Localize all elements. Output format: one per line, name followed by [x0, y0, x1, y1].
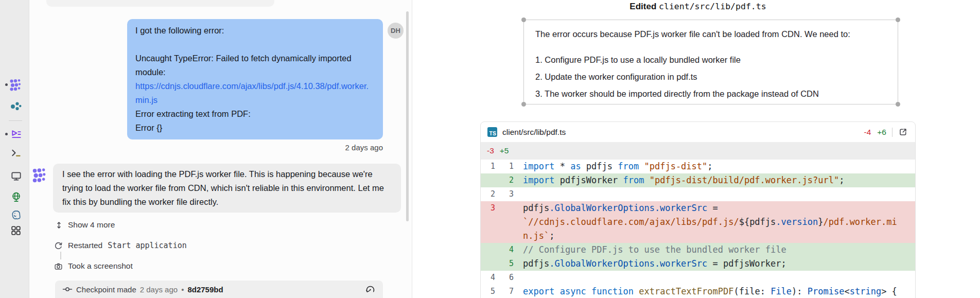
preview-panel: Edited client/src/lib/pdf.ts The error o…	[412, 0, 980, 298]
note-list: 1. Configure PDF.js to use a locally bun…	[535, 51, 886, 102]
diff-row: 3pdfjs.GlobalWorkerOptions.workerSrc = `…	[481, 201, 915, 243]
note-item: 1. Configure PDF.js to use a locally bun…	[535, 51, 886, 68]
gutter-old-line-number: 4	[481, 271, 495, 285]
grid-icon	[10, 225, 22, 236]
commit-icon	[62, 284, 73, 294]
checkpoint-time: 2 days ago	[140, 285, 178, 294]
tool-sidebar	[0, 0, 29, 298]
header-divider	[892, 128, 892, 137]
sidebar-item-workflows[interactable]	[9, 127, 23, 141]
diff-card: TS client/src/lib/pdf.ts -4 +6 -3 +5 11i…	[480, 121, 916, 298]
diff-row: 4// Configure PDF.js to use the bundled …	[481, 243, 915, 257]
resize-handle-bottom-left[interactable]	[521, 102, 526, 107]
sidebar-item-shell[interactable]	[9, 146, 23, 160]
sidebar-item-webview[interactable]	[9, 190, 23, 203]
restarted-target: Start application	[108, 241, 187, 250]
previous-message-remnant	[46, 0, 274, 7]
globe-icon	[10, 191, 22, 203]
code-line: import * as pdfjs from "pdfjs-dist";	[523, 160, 915, 173]
note-item: 3. The worker should be imported directl…	[535, 85, 886, 102]
diff-row: 5pdfjs.GlobalWorkerOptions.workerSrc = p…	[481, 257, 915, 271]
code-line: // Configure PDF.js to use the bundled w…	[523, 243, 915, 257]
diff-file-name[interactable]: client/src/lib/pdf.ts	[502, 128, 864, 137]
note-item: 2. Update the worker configuration in pd…	[535, 68, 886, 85]
workflows-notification-dot	[5, 133, 8, 135]
resize-handle-bottom-right[interactable]	[896, 102, 900, 107]
log-connector-line	[60, 252, 61, 259]
workflows-icon	[10, 128, 22, 140]
sidebar-item-all-tools[interactable]	[9, 224, 23, 237]
edit-action-title: Edited client/src/lib/pdf.ts	[480, 0, 916, 13]
gutter-new-line-number: 6	[495, 271, 514, 285]
camera-icon	[54, 262, 63, 271]
agent-avatar-icon	[32, 167, 48, 183]
resize-handle-top-right[interactable]	[896, 17, 900, 22]
hunk-added-count: +5	[500, 146, 509, 155]
gutter-new-line-number: 4	[495, 243, 514, 257]
checkpoint-label: Checkpoint made	[76, 285, 136, 294]
message-timestamp: 2 days ago	[307, 143, 383, 152]
agent-message-text: I see the error with loading the PDF.js …	[62, 167, 392, 209]
note-intro: The error occurs because PDF.js worker f…	[535, 27, 886, 41]
diff-stat-removed: -4	[864, 128, 871, 137]
sidebar-divider	[9, 120, 22, 121]
gutter-new-line-number: 2	[495, 173, 514, 187]
restarted-label: Restarted	[68, 241, 102, 250]
annotation-note-box[interactable]: The error occurs because PDF.js worker f…	[523, 20, 898, 104]
checkpoint-bar[interactable]: Checkpoint made 2 days ago • 8d2759bd	[55, 281, 383, 298]
diff-row: 46	[481, 271, 915, 285]
gutter-new-line-number: 1	[495, 160, 514, 173]
edit-action-label: Edited	[629, 2, 656, 11]
agent-notification-dot	[5, 83, 8, 86]
gutter-old-line-number: 3	[481, 201, 495, 215]
diff-lines: 11import * as pdfjs from "pdfjs-dist";2i…	[481, 160, 915, 298]
edited-file-path: client/src/lib/pdf.ts	[659, 2, 766, 11]
user-message-error-line3: Error {}	[135, 121, 375, 135]
agent-chat-panel: I got the following error: Uncaught Type…	[29, 0, 412, 298]
screenshot-log-entry[interactable]: Took a screenshot	[54, 261, 133, 271]
gutter-old-line-number: 5	[481, 285, 495, 298]
hunk-removed-count: -3	[487, 146, 494, 155]
diff-row: 23	[481, 187, 915, 201]
user-message-intro: I got the following error:	[135, 24, 375, 38]
restarted-log-entry[interactable]: Restarted Start application	[54, 241, 187, 250]
diff-card-header: TS client/src/lib/pdf.ts -4 +6	[481, 122, 915, 142]
shell-icon	[10, 147, 22, 159]
gutter-old-line-number: 1	[481, 160, 495, 173]
expand-vertical-icon	[55, 221, 63, 230]
sidebar-item-deployments[interactable]	[9, 99, 23, 113]
rollback-icon[interactable]	[365, 284, 376, 294]
user-message-error: Uncaught TypeError: Failed to fetch dyna…	[135, 51, 375, 79]
diff-stat-added: +6	[877, 128, 886, 137]
checkpoint-separator: •	[181, 285, 184, 294]
monitor-icon	[10, 170, 22, 182]
user-message-bubble: I got the following error: Uncaught Type…	[127, 19, 383, 139]
sidebar-item-database[interactable]	[9, 208, 23, 222]
replit-workspace: I got the following error: Uncaught Type…	[0, 0, 980, 298]
gutter-new-line-number: 7	[495, 285, 514, 298]
cdn-link[interactable]: https://cdnjs.cloudflare.com/ajax/libs/p…	[135, 79, 375, 107]
gutter-old-line-number: 2	[481, 187, 495, 201]
user-message-error-line2: Error extracting text from PDF:	[135, 107, 375, 121]
restart-icon	[54, 241, 63, 250]
show-more-label: Show 4 more	[68, 220, 115, 230]
diff-row: 11import * as pdfjs from "pdfjs-dist";	[481, 160, 915, 173]
diff-row: 57export async function extractTextFromP…	[481, 285, 915, 298]
open-in-new-icon[interactable]	[898, 127, 908, 137]
chat-scrollbar[interactable]	[406, 11, 409, 221]
code-line: import pdfjsWorker from "pdfjs-dist/buil…	[523, 173, 915, 187]
code-line: pdfjs.GlobalWorkerOptions.workerSrc = pd…	[523, 257, 915, 271]
agent-message-bubble: I see the error with loading the PDF.js …	[53, 164, 401, 213]
user-avatar: DH	[388, 23, 404, 39]
postgresql-icon	[10, 209, 22, 221]
show-more-button[interactable]: Show 4 more	[55, 220, 115, 230]
typescript-file-icon: TS	[487, 127, 497, 137]
diff-row: 2import pdfjsWorker from "pdfjs-dist/bui…	[481, 173, 915, 187]
resize-handle-top-left[interactable]	[521, 17, 526, 22]
hunk-header: -3 +5	[481, 142, 915, 160]
sidebar-item-output[interactable]	[9, 169, 23, 183]
code-line: pdfjs.GlobalWorkerOptions.workerSrc = `/…	[523, 201, 915, 243]
agent-icon	[9, 78, 23, 92]
gutter-new-line-number: 3	[495, 187, 514, 201]
sidebar-item-agent[interactable]	[9, 78, 23, 92]
